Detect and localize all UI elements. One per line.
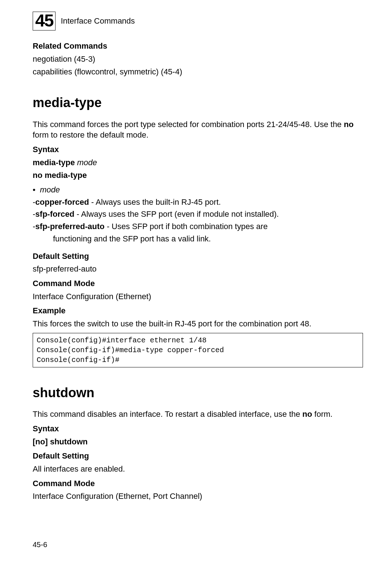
mode-word: mode [40,184,60,195]
related-commands-heading: Related Commands [33,41,363,52]
related-line-2: capabilities (flowcontrol, symmetric) (4… [33,66,363,77]
media-type-syntax-cmd: media-type [33,158,75,167]
media-type-syntax-line1: media-type mode [33,157,363,168]
media-type-desc-post: form to restore the default mode. [33,130,148,139]
shutdown-mode-heading: Command Mode [33,478,363,489]
opt-sfp-forced: -sfp-forced - Always uses the SFP port (… [33,209,363,220]
shutdown-desc: This command disables an interface. To r… [33,409,363,420]
mode-bullet: • mode [33,184,363,195]
opt-copper-forced-desc: - Always uses the built-in RJ-45 port. [89,198,221,207]
opt-sfp-preferred-auto-cont: functioning and the SFP port has a valid… [53,233,363,244]
media-type-example-desc: This forces the switch to use the built-… [33,318,363,329]
bullet-icon: • [33,184,40,195]
media-type-example-code: Console(config)#interface ethernet 1/48 … [33,333,363,367]
media-type-default-value: sfp-preferred-auto [33,264,363,274]
chapter-number-box: 45 [33,12,56,30]
page: 45 Interface Commands Related Commands n… [0,0,392,502]
shutdown-syntax-close: ] [45,437,48,446]
page-number: 45-6 [33,540,47,550]
shutdown-syntax-heading: Syntax [33,423,363,434]
shutdown-desc-post: form. [312,410,332,419]
shutdown-title: shutdown [33,384,363,402]
shutdown-default-heading: Default Setting [33,451,363,461]
related-line-1: negotiation (45-3) [33,54,363,65]
shutdown-syntax-no: no [35,437,45,446]
opt-sfp-preferred-auto: -sfp-preferred-auto - Uses SFP port if b… [33,221,363,232]
shutdown-desc-bold: no [302,410,312,419]
shutdown-syntax-cmd: shutdown [48,437,88,446]
shutdown-syntax-line: [no] shutdown [33,436,363,447]
media-type-desc-pre: This command forces the port type select… [33,120,344,129]
opt-sfp-preferred-auto-desc: - Uses SFP port if both combination type… [105,222,268,231]
media-type-desc-bold: no [344,120,354,129]
media-type-syntax-no: no media-type [33,171,87,180]
media-type-default-heading: Default Setting [33,251,363,262]
chapter-number: 45 [35,11,53,30]
opt-sfp-forced-name: sfp-forced [35,209,74,219]
opt-copper-forced-name: copper-forced [35,198,89,207]
shutdown-default-value: All interfaces are enabled. [33,464,363,475]
media-type-syntax-line2: no media-type [33,170,363,181]
media-type-example-heading: Example [33,305,363,316]
media-type-mode-value: Interface Configuration (Ethernet) [33,291,363,302]
opt-copper-forced: -copper-forced - Always uses the built-i… [33,197,363,208]
chapter-header: 45 Interface Commands [33,12,363,30]
media-type-mode-heading: Command Mode [33,278,363,289]
chapter-name: Interface Commands [61,16,135,27]
opt-sfp-preferred-auto-name: sfp-preferred-auto [35,222,105,231]
opt-sfp-forced-desc: - Always uses the SFP port (even if modu… [74,209,279,219]
media-type-syntax-arg: mode [75,158,97,167]
shutdown-mode-value: Interface Configuration (Ethernet, Port … [33,491,363,502]
media-type-syntax-heading: Syntax [33,144,363,155]
media-type-title: media-type [33,94,363,112]
media-type-desc: This command forces the port type select… [33,119,363,141]
shutdown-desc-pre: This command disables an interface. To r… [33,410,302,419]
